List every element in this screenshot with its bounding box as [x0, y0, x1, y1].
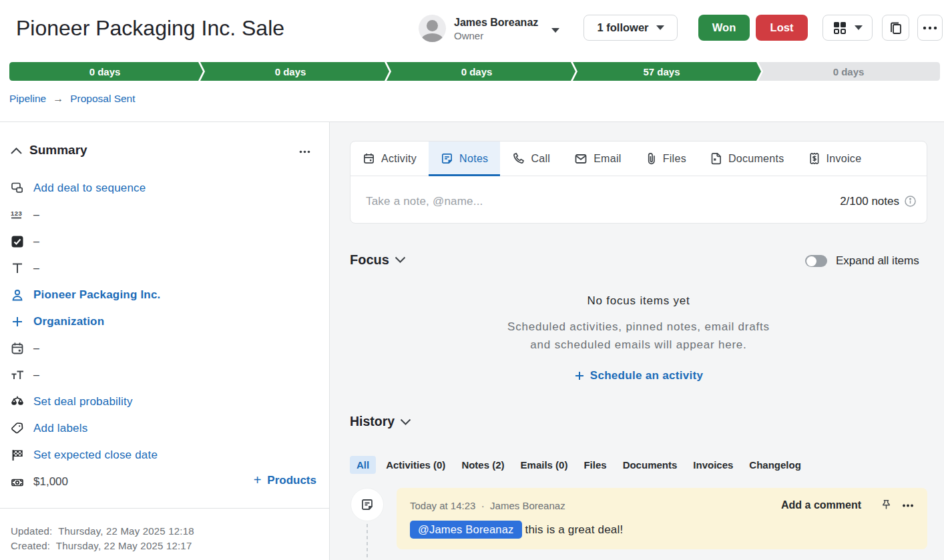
svg-text:0 days: 0 days: [275, 66, 306, 77]
svg-text:0 days: 0 days: [89, 66, 121, 77]
svg-text:123: 123: [11, 210, 22, 217]
svg-text:57 days: 57 days: [643, 66, 680, 77]
svg-text:0 days: 0 days: [833, 66, 865, 77]
svg-text:0 days: 0 days: [461, 66, 493, 77]
